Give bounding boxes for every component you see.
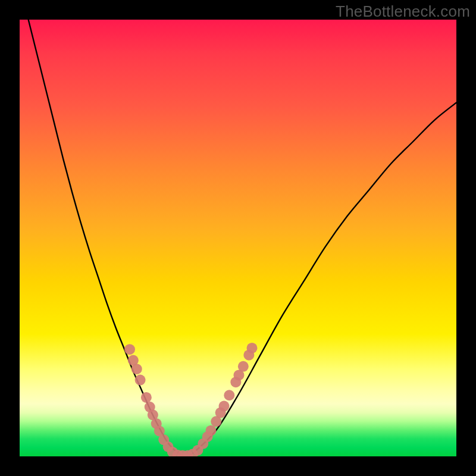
chart-frame: TheBottleneck.com xyxy=(0,0,476,476)
watermark-label: TheBottleneck.com xyxy=(336,2,470,21)
plot-background xyxy=(20,20,456,456)
